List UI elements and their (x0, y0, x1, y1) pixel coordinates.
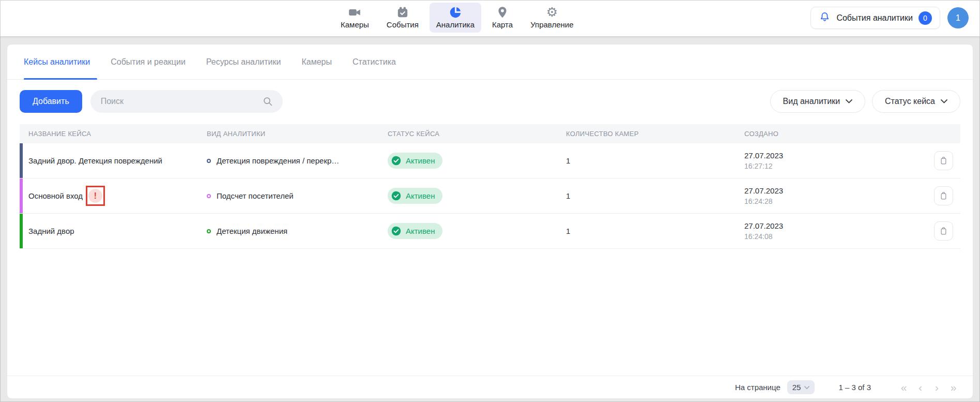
column-header: КОЛИЧЕСТВО КАМЕР (566, 130, 744, 138)
status-cell: Активен (388, 223, 566, 239)
nav-item-label: Управление (530, 20, 573, 29)
nav-item-label: События (387, 20, 419, 29)
tab-3[interactable]: Ресурсы аналитики (206, 44, 281, 79)
status-cell: Активен (388, 188, 566, 204)
status-badge: Активен (388, 188, 442, 204)
first-page-button[interactable]: « (898, 382, 910, 393)
next-page-button[interactable]: › (931, 382, 943, 393)
filter-dropdown-2[interactable]: Статус кейса (872, 90, 960, 113)
chevron-down-icon (941, 99, 947, 103)
created-cell: 27.07.202316:24:28 (744, 186, 915, 205)
status-cell: Активен (388, 153, 566, 169)
table-header: НАЗВАНИЕ КЕЙСАВИД АНАЛИТИКИСТАТУС КЕЙСАК… (20, 124, 960, 143)
case-name: Основной вход (28, 191, 83, 200)
actions-cell (915, 186, 960, 205)
case-name: Задний двор. Детекция повреждений (28, 156, 162, 165)
nav-item-gear[interactable]: ⚙Управление (524, 3, 580, 33)
nav-item-map-pin[interactable]: Карта (485, 3, 519, 33)
add-button[interactable]: Добавить (20, 90, 82, 113)
analytics-type-cell: Подсчет посетителей (207, 191, 388, 200)
camera-icon (348, 5, 361, 19)
pagination-nav: « ‹ › » (898, 382, 959, 393)
check-circle-icon (391, 190, 402, 201)
per-page-label: На странице (735, 383, 780, 392)
created-cell: 27.07.202316:24:08 (744, 221, 915, 241)
nav-item-camera[interactable]: Камеры (334, 3, 376, 33)
camera-count: 1 (566, 191, 744, 200)
table-body: Задний двор. Детекция поврежденийДетекци… (20, 143, 960, 249)
gear-icon: ⚙ (546, 5, 558, 19)
bell-icon (819, 11, 831, 25)
case-name-cell: Задний двор. Детекция повреждений (20, 156, 207, 165)
delete-button[interactable] (934, 186, 953, 205)
filter-label: Вид аналитики (783, 97, 840, 106)
toolbar: Добавить Вид аналитикиСтатус кейса (7, 80, 973, 113)
per-page-value: 25 (792, 383, 801, 392)
actions-cell (915, 151, 960, 170)
cases-table: НАЗВАНИЕ КЕЙСАВИД АНАЛИТИКИСТАТУС КЕЙСАК… (20, 124, 960, 249)
per-page-select[interactable]: 25 (787, 380, 815, 394)
case-color-bar (20, 214, 23, 248)
status-badge: Активен (388, 153, 442, 169)
tab-5[interactable]: Статистика (353, 44, 396, 79)
delete-button[interactable] (934, 221, 953, 241)
avatar[interactable]: 1 (947, 7, 969, 28)
nav-item-label: Карта (492, 20, 513, 29)
status-badge: Активен (388, 223, 442, 239)
tab-1[interactable]: Кейсы аналитики (24, 44, 90, 79)
empty-space (7, 249, 973, 376)
nav-item-analytics[interactable]: Аналитика (430, 3, 481, 33)
map-pin-icon (496, 5, 509, 19)
table-row[interactable]: Задний двор. Детекция поврежденийДетекци… (20, 143, 960, 178)
column-header: СОЗДАНО (744, 130, 915, 138)
analytics-icon (449, 5, 462, 19)
tab-2[interactable]: События и реакции (111, 44, 186, 79)
search-input[interactable] (100, 96, 257, 107)
analytics-card: Кейсы аналитикиСобытия и реакцииРесурсы … (7, 44, 973, 398)
events-button-label: События аналитики (836, 13, 913, 23)
column-header: СТАТУС КЕЙСА (388, 130, 566, 138)
created-time: 16:24:28 (744, 197, 915, 205)
table-row[interactable]: Основной вход!Подсчет посетителейАктивен… (20, 178, 960, 214)
table-row[interactable]: Задний дворДетекция движенияАктивен127.0… (20, 214, 960, 249)
search-box[interactable] (90, 90, 283, 113)
case-color-bar (20, 178, 23, 213)
created-date: 27.07.2023 (744, 186, 915, 195)
events-icon (396, 5, 409, 19)
tabs: Кейсы аналитикиСобытия и реакцииРесурсы … (7, 44, 973, 80)
created-time: 16:27:12 (744, 162, 915, 170)
warning-icon: ! (88, 189, 102, 203)
status-label: Активен (406, 156, 435, 165)
last-page-button[interactable]: » (947, 382, 959, 393)
filter-dropdown-1[interactable]: Вид аналитики (770, 90, 866, 113)
tab-4[interactable]: Камеры (301, 44, 332, 79)
column-header: ВИД АНАЛИТИКИ (207, 130, 388, 138)
status-label: Активен (406, 227, 435, 235)
filter-label: Статус кейса (885, 97, 935, 106)
case-name-cell: Основной вход! (20, 186, 207, 206)
analytics-type-cell: Детекция движения (207, 227, 388, 235)
analytics-type-icon (207, 229, 211, 233)
nav-item-label: Аналитика (436, 20, 474, 29)
topbar: КамерыСобытияАналитикаКарта⚙Управление С… (0, 0, 980, 36)
status-label: Активен (406, 191, 435, 200)
created-date: 27.07.2023 (744, 221, 915, 230)
analytics-events-button[interactable]: События аналитики 0 (810, 7, 940, 29)
trash-icon (939, 226, 948, 236)
trash-icon (939, 156, 948, 166)
camera-count: 1 (566, 227, 744, 235)
camera-count: 1 (566, 156, 744, 165)
analytics-type: Детекция движения (217, 227, 287, 235)
delete-button[interactable] (934, 151, 953, 170)
filters: Вид аналитикиСтатус кейса (770, 90, 960, 113)
case-name-cell: Задний двор (20, 227, 207, 235)
warning-highlight-box: ! (86, 186, 105, 206)
check-circle-icon (391, 155, 402, 166)
prev-page-button[interactable]: ‹ (914, 382, 926, 393)
page: Кейсы аналитикиСобытия и реакцииРесурсы … (0, 36, 980, 398)
events-count-badge: 0 (918, 11, 932, 25)
analytics-type-cell: Детекция повреждения / перекр… (207, 156, 388, 165)
analytics-type-icon (207, 159, 211, 163)
pagination: На странице 25 1 – 3 of 3 « ‹ › » (7, 376, 973, 398)
nav-item-events[interactable]: События (380, 3, 425, 33)
